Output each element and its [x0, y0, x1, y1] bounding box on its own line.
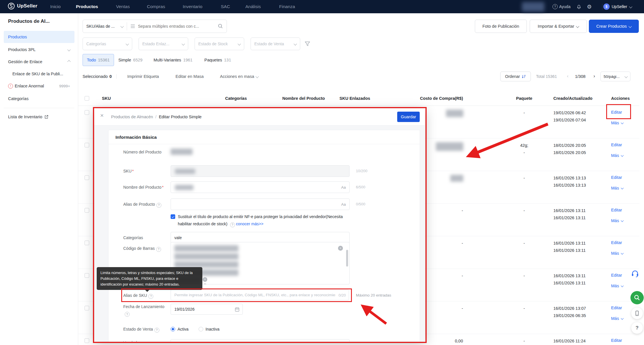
- edit-link[interactable]: Editar: [611, 305, 622, 310]
- bulk-edit-button[interactable]: Editar en Masa: [176, 72, 204, 81]
- radio-activa[interactable]: [171, 327, 175, 331]
- more-link[interactable]: Más: [611, 121, 623, 125]
- row-checkbox[interactable]: [85, 110, 89, 115]
- help-icon[interactable]: [148, 294, 153, 299]
- remove-entry-icon[interactable]: [203, 277, 207, 282]
- search-icon[interactable]: [218, 24, 223, 29]
- nav-analisis[interactable]: Análisis: [245, 0, 261, 13]
- edit-link[interactable]: Editar: [611, 240, 622, 245]
- case-toggle[interactable]: Aa: [341, 185, 346, 190]
- scrollbar-thumb[interactable]: [346, 250, 348, 267]
- tab-label: Multi-Variantes: [154, 58, 181, 62]
- more-link[interactable]: Más: [611, 153, 623, 158]
- brand-logo[interactable]: UpSeller: [8, 2, 38, 10]
- tab-multi-variantes[interactable]: Multi-Variantes 1961: [154, 54, 193, 66]
- alias-sku-input[interactable]: [171, 290, 349, 300]
- alias-producto-field[interactable]: Aa: [171, 198, 350, 210]
- save-button[interactable]: Guardar: [397, 112, 420, 122]
- row-checkbox[interactable]: [85, 338, 89, 343]
- filter-estado-enlace[interactable]: Estado Enlaz...: [139, 38, 188, 50]
- print-label-button[interactable]: Imprimir Etiqueta: [127, 72, 159, 81]
- tab-paquetes[interactable]: Paquetes 131: [204, 54, 231, 66]
- help-menu[interactable]: Ayuda: [552, 0, 570, 13]
- row-checkbox[interactable]: [85, 306, 89, 310]
- search-input[interactable]: [137, 24, 218, 29]
- row-checkbox[interactable]: [85, 143, 89, 147]
- filter-funnel-icon[interactable]: [304, 41, 311, 47]
- search-type-select[interactable]: SKU/Alias de ...: [83, 24, 127, 29]
- alias-sku-field[interactable]: 0/20: [171, 290, 349, 300]
- more-link[interactable]: Más: [611, 251, 623, 256]
- edit-link[interactable]: Editar: [611, 175, 622, 180]
- edit-link[interactable]: Editar: [611, 338, 622, 343]
- more-link[interactable]: Más: [611, 316, 623, 321]
- edit-link[interactable]: Editar: [611, 208, 622, 212]
- import-export-button[interactable]: Importar & Exportar: [530, 20, 587, 33]
- edit-link[interactable]: Editar: [611, 110, 622, 115]
- filter-estado-venta[interactable]: Estado de Venta: [251, 38, 300, 50]
- settings-button[interactable]: ⚙: [587, 0, 592, 13]
- sidebar-item-lista-inventario[interactable]: Lista de Inventario: [4, 111, 74, 123]
- remove-entry-icon[interactable]: [203, 284, 207, 284]
- sort-button[interactable]: Ordenar: [500, 72, 531, 81]
- nav-productos[interactable]: Productos: [76, 0, 98, 13]
- page-size-select[interactable]: 50/pági...: [600, 72, 630, 81]
- bulk-actions-button[interactable]: Acciones en masa: [220, 72, 258, 81]
- sidebar-item-label: Productos 3PL: [8, 47, 68, 52]
- filter-estado-stock[interactable]: Estado de Stock: [195, 38, 244, 50]
- alias-producto-counter: 0/500: [356, 202, 365, 206]
- prev-page-button[interactable]: ‹: [567, 74, 568, 79]
- tab-simple[interactable]: Simple 6529: [118, 54, 143, 66]
- nfe-checkbox[interactable]: [171, 214, 175, 219]
- sidebar-item-productos-3pl[interactable]: Productos 3PL: [4, 44, 74, 56]
- learn-more-link[interactable]: conocer más>>: [236, 222, 263, 226]
- help-icon[interactable]: [125, 312, 130, 317]
- notifications-button[interactable]: [576, 0, 582, 13]
- create-products-button[interactable]: Crear Productos: [589, 20, 639, 33]
- nav-inicio[interactable]: Inicio: [50, 0, 61, 13]
- support-button[interactable]: [630, 269, 640, 278]
- help-float-button[interactable]: [631, 322, 643, 334]
- mobile-app-button[interactable]: [631, 308, 643, 319]
- categorias-field[interactable]: [171, 232, 350, 243]
- filter-categorias[interactable]: Categorías: [83, 38, 132, 50]
- account-menu[interactable]: $ UpSeller: [603, 0, 632, 13]
- more-link[interactable]: Más: [611, 218, 623, 223]
- radio-inactiva[interactable]: [199, 327, 203, 331]
- help-icon[interactable]: [154, 328, 159, 333]
- row-checkbox[interactable]: [85, 273, 89, 278]
- fecha-field[interactable]: 19/01/2026: [171, 304, 243, 315]
- vendedor-field[interactable]: [171, 339, 350, 342]
- nombre-field[interactable]: Aa: [171, 181, 350, 193]
- more-link[interactable]: Más: [611, 186, 623, 190]
- row-checkbox[interactable]: [85, 241, 89, 245]
- quick-search-button[interactable]: [630, 291, 644, 304]
- case-toggle[interactable]: Aa: [341, 202, 346, 207]
- breadcrumb-root[interactable]: Productos de Almacén: [111, 115, 153, 119]
- help-icon[interactable]: [156, 203, 161, 208]
- sidebar-item-gestion-enlace[interactable]: Gestión de Enlace: [4, 56, 74, 68]
- sidebar-item-enlace-sku[interactable]: Enlace de SKU de la Publi...: [4, 68, 74, 80]
- nav-finanza[interactable]: Finanza: [279, 0, 295, 13]
- help-icon[interactable]: [230, 222, 235, 227]
- row-checkbox[interactable]: [85, 175, 89, 180]
- nav-sac[interactable]: SAC: [221, 0, 230, 13]
- close-icon[interactable]: ×: [100, 112, 104, 118]
- select-all-checkbox[interactable]: [85, 96, 89, 101]
- nav-inventario[interactable]: Inventario: [183, 0, 202, 13]
- more-link[interactable]: Más: [611, 284, 623, 288]
- nav-ventas[interactable]: Ventas: [116, 0, 130, 13]
- help-icon[interactable]: [156, 247, 161, 252]
- next-page-button[interactable]: ›: [593, 74, 595, 79]
- row-checkbox[interactable]: [85, 208, 89, 213]
- edit-link[interactable]: Editar: [611, 273, 622, 278]
- categorias-input[interactable]: [171, 232, 349, 243]
- tab-todo[interactable]: Todo 15361: [83, 54, 114, 66]
- sidebar-item-enlace-anormal[interactable]: Enlace Anormal 9999+: [4, 80, 74, 92]
- edit-link[interactable]: Editar: [611, 142, 622, 147]
- sidebar-item-productos[interactable]: Productos: [4, 31, 74, 43]
- nav-compras[interactable]: Compras: [147, 0, 165, 13]
- sidebar-item-categorias[interactable]: Categorías: [4, 93, 74, 105]
- photo-button[interactable]: Foto de Publicación: [475, 20, 527, 33]
- clear-field-icon[interactable]: [338, 246, 343, 251]
